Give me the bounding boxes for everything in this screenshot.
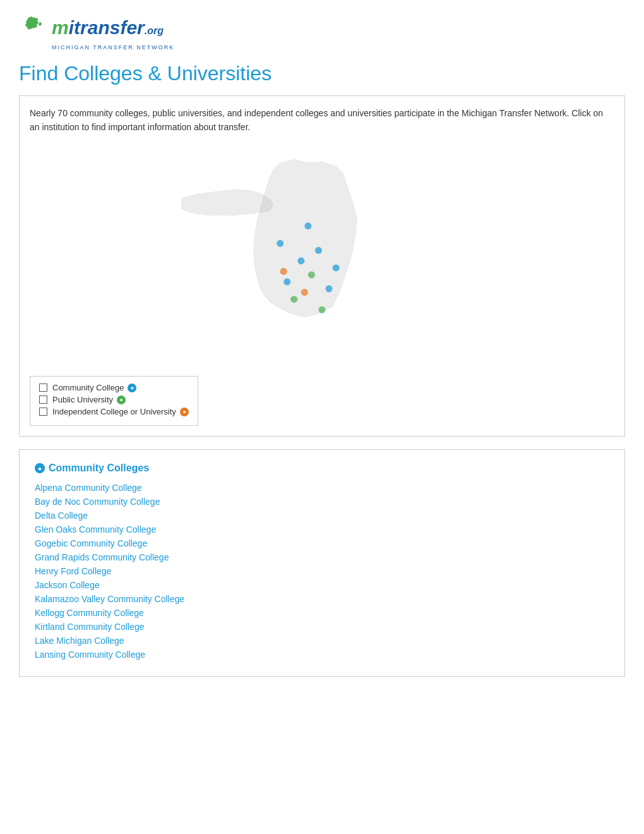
map-svg-area (30, 142, 614, 408)
map-pin-independent[interactable] (301, 289, 308, 296)
map-pin[interactable] (297, 257, 304, 264)
map-pin[interactable] (283, 278, 290, 285)
community-colleges-title: Community Colleges (49, 462, 149, 474)
legend-icon-community: ● (128, 384, 136, 392)
legend-checkbox-public (39, 396, 47, 404)
community-colleges-section: ● Community Colleges Alpena Community Co… (19, 449, 625, 677)
logo-subtitle: MICHIGAN TRANSFER NETWORK (52, 44, 174, 51)
map-pin[interactable] (315, 247, 322, 254)
map-pin-public[interactable] (308, 271, 315, 278)
community-colleges-list: Alpena Community CollegeBay de Noc Commu… (35, 483, 609, 660)
legend-item-independent: Independent College or University ● (39, 407, 189, 416)
legend-checkbox-independent (39, 408, 47, 416)
legend-label-public: Public University (52, 395, 113, 404)
legend-item-community: Community College ● (39, 383, 189, 392)
legend-icon-public: ● (117, 396, 126, 404)
community-colleges-icon: ● (35, 463, 45, 473)
map-container: Nearly 70 community colleges, public uni… (19, 95, 625, 437)
map-pin-public[interactable] (318, 306, 325, 313)
logo-top: mitransfer.org (19, 13, 164, 43)
college-link[interactable]: Grand Rapids Community College (35, 552, 609, 562)
map-pin-independent[interactable] (280, 268, 287, 275)
legend-icon-independent: ● (180, 408, 189, 416)
map-pin[interactable] (304, 222, 311, 229)
logo-area: mitransfer.org MICHIGAN TRANSFER NETWORK (19, 13, 625, 51)
college-link[interactable]: Kirtland Community College (35, 622, 609, 632)
map-intro: Nearly 70 community colleges, public uni… (30, 106, 614, 135)
college-link[interactable]: Delta College (35, 511, 609, 521)
college-link[interactable]: Kellogg Community College (35, 608, 609, 618)
michigan-logo-icon (19, 13, 49, 43)
community-colleges-heading: ● Community Colleges (35, 462, 609, 474)
map-pin[interactable] (333, 264, 340, 271)
legend-checkbox-community (39, 384, 47, 392)
map-legend: Community College ● Public University ● … (30, 376, 198, 426)
map-pin[interactable] (326, 285, 333, 292)
college-link[interactable]: Kalamazoo Valley Community College (35, 594, 609, 604)
logo-container: mitransfer.org MICHIGAN TRANSFER NETWORK (19, 13, 174, 51)
michigan-state-map (30, 142, 614, 408)
page-wrapper: mitransfer.org MICHIGAN TRANSFER NETWORK… (0, 0, 644, 702)
college-link[interactable]: Lansing Community College (35, 650, 609, 660)
page-title: Find Colleges & Universities (19, 62, 625, 85)
college-link[interactable]: Alpena Community College (35, 483, 609, 493)
legend-label-independent: Independent College or University (52, 407, 176, 416)
college-link[interactable]: Gogebic Community College (35, 538, 609, 548)
college-link[interactable]: Jackson College (35, 580, 609, 590)
map-pin-public[interactable] (290, 296, 297, 303)
map-pin[interactable] (277, 240, 283, 247)
logo-text: mitransfer.org (52, 17, 164, 39)
college-link[interactable]: Glen Oaks Community College (35, 524, 609, 535)
college-link[interactable]: Lake Michigan College (35, 636, 609, 646)
college-link[interactable]: Bay de Noc Community College (35, 497, 609, 507)
college-link[interactable]: Henry Ford College (35, 566, 609, 576)
legend-label-community: Community College (52, 383, 124, 392)
legend-item-public: Public University ● (39, 395, 189, 404)
